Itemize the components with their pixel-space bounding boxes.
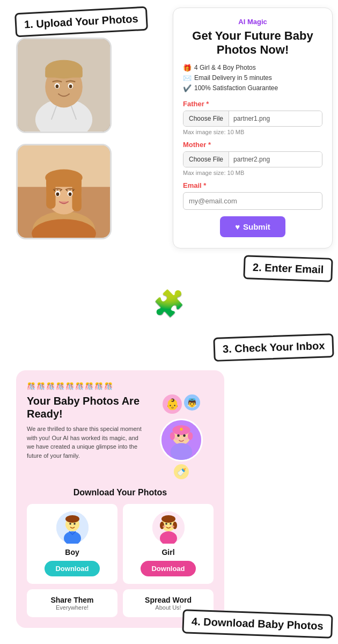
- svg-point-50: [170, 523, 172, 525]
- father-maxsize: Max image size: 10 MB: [183, 129, 322, 135]
- svg-point-10: [69, 85, 72, 89]
- baby-small-1: 👶: [163, 394, 182, 414]
- download-title: Download Your Photos: [27, 488, 214, 497]
- confetti: 🎊🎊🎊🎊🎊🎊🎊🎊🎊: [27, 382, 214, 390]
- download-grid: Boy Download: [27, 504, 214, 584]
- father-photo: [16, 38, 112, 133]
- svg-point-29: [188, 432, 193, 440]
- baby-small-3: 🍼: [174, 464, 189, 479]
- girl-download-button[interactable]: Download: [141, 561, 195, 576]
- baby-small-2: 👼: [184, 394, 200, 411]
- upload-card: AI Magic Get Your Future Baby Photos Now…: [173, 8, 333, 248]
- share-them-item: Share Them Everywhere!: [27, 589, 117, 617]
- card-features: 🎁 4 Girl & 4 Boy Photos ✉️ Email Deliver…: [183, 64, 322, 92]
- step-3-label: 3. Check Your Inbox: [213, 333, 334, 362]
- girl-label: Girl: [161, 548, 174, 557]
- svg-point-22: [56, 192, 60, 196]
- feature-1: 🎁 4 Girl & 4 Boy Photos: [183, 64, 322, 72]
- boy-download-button[interactable]: Download: [45, 561, 99, 576]
- svg-point-31: [183, 434, 186, 437]
- svg-point-48: [173, 522, 177, 529]
- spread-title: Spread Word: [128, 596, 208, 604]
- svg-point-52: [171, 525, 174, 528]
- ai-magic-label: AI Magic: [183, 18, 322, 26]
- father-choose-file-button[interactable]: Choose File: [183, 111, 229, 126]
- svg-point-47: [160, 522, 164, 529]
- email-card-title: Your Baby Photos Are Ready!: [27, 394, 144, 420]
- mother-choose-file-button[interactable]: Choose File: [183, 152, 229, 167]
- svg-point-30: [177, 434, 180, 437]
- email-input[interactable]: [183, 192, 322, 210]
- svg-point-36: [178, 427, 180, 429]
- svg-rect-6: [45, 69, 83, 77]
- svg-point-33: [185, 437, 188, 440]
- svg-point-37: [182, 427, 185, 429]
- svg-point-46: [161, 515, 175, 523]
- gift-icon: 🎁: [183, 64, 192, 72]
- submit-label: Submit: [243, 222, 270, 231]
- photos-left: [16, 38, 112, 239]
- email-card-desc: We are thrilled to share this special mo…: [27, 425, 144, 460]
- share-sub: Everywhere!: [32, 604, 112, 611]
- email-icon: ✉️: [183, 74, 192, 82]
- puzzle-icon-area: 🧩: [153, 289, 185, 319]
- email-label: Email *: [183, 181, 322, 189]
- boy-label: Boy: [65, 548, 79, 557]
- puzzle-icon: 🧩: [153, 289, 185, 319]
- step-2-label: 2. Enter Email: [243, 255, 333, 282]
- svg-rect-19: [46, 177, 82, 187]
- father-file-input[interactable]: Choose File partner1.png: [183, 111, 322, 127]
- svg-point-28: [170, 432, 175, 440]
- baby-main: [160, 419, 203, 462]
- mother-photo: [16, 144, 112, 239]
- check-icon: ✔️: [183, 84, 192, 92]
- email-card: 🎊🎊🎊🎊🎊🎊🎊🎊🎊 Your Baby Photos Are Ready! We…: [16, 370, 224, 628]
- mother-label: Mother *: [183, 141, 322, 149]
- girl-download-item: Girl Download: [123, 504, 214, 584]
- email-card-illustration: 👶 👼: [149, 394, 214, 479]
- heart-icon: ♥: [235, 222, 240, 231]
- email-card-text: Your Baby Photos Are Ready! We are thril…: [27, 394, 144, 479]
- father-filename: partner1.png: [229, 111, 322, 126]
- svg-point-23: [69, 192, 72, 196]
- svg-point-51: [163, 525, 166, 528]
- submit-button[interactable]: ♥ Submit: [220, 216, 285, 237]
- boy-icon: [56, 511, 89, 544]
- svg-point-42: [74, 523, 76, 525]
- svg-point-34: [171, 443, 193, 461]
- boy-download-item: Boy Download: [27, 504, 117, 584]
- father-label: Father *: [183, 100, 322, 108]
- mother-file-input[interactable]: Choose File partner2.png: [183, 151, 322, 167]
- girl-icon: [152, 511, 185, 544]
- card-title: Get Your Future Baby Photos Now!: [183, 29, 322, 57]
- svg-point-32: [174, 437, 178, 440]
- svg-point-49: [165, 523, 167, 525]
- feature-3: ✔️ 100% Satisfaction Guarantee: [183, 84, 322, 92]
- step-4-label: 4. Download Baby Photos: [182, 609, 333, 639]
- svg-point-40: [65, 515, 79, 523]
- svg-point-41: [69, 523, 71, 525]
- email-card-top: Your Baby Photos Are Ready! We are thril…: [27, 394, 214, 479]
- download-section: Download Your Photos: [27, 488, 214, 617]
- mother-maxsize: Max image size: 10 MB: [183, 170, 322, 176]
- mother-filename: partner2.png: [229, 152, 322, 167]
- share-title: Share Them: [32, 596, 112, 604]
- step-1-label: 1. Upload Your Photos: [14, 6, 148, 38]
- feature-2: ✉️ Email Delivery in 5 minutes: [183, 74, 322, 82]
- svg-point-9: [56, 85, 59, 89]
